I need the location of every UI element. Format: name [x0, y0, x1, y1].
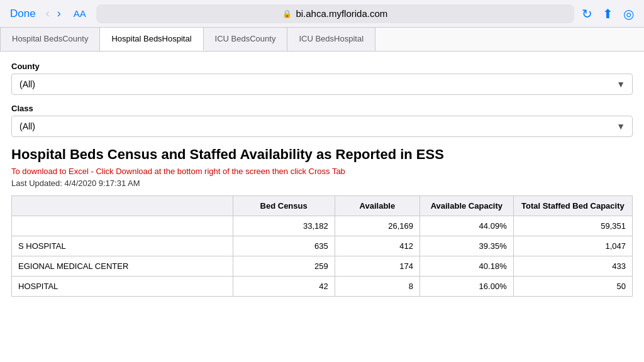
table-header-row: Bed Census Available Available Capacity …	[12, 195, 633, 216]
row-2-available-capacity: 16.00%	[419, 276, 513, 296]
back-arrow-icon[interactable]: ‹	[43, 7, 52, 20]
county-filter-wrapper: (All) ▼	[11, 74, 633, 95]
class-select[interactable]: (All)	[11, 116, 633, 137]
report-subtitle: To download to Excel - Click Download at…	[11, 167, 633, 176]
done-button[interactable]: Done	[10, 8, 36, 20]
summary-available: 26,169	[335, 216, 419, 236]
url-text: bi.ahca.myflorida.com	[296, 8, 387, 19]
report-last-updated: Last Updated: 4/4/2020 9:17:31 AM	[11, 178, 633, 188]
browser-bar: Done ‹ › AA 🔒 bi.ahca.myflorida.com ↻ ⬆ …	[0, 0, 644, 28]
col-header-total-staffed: Total Staffed Bed Capacity	[513, 195, 632, 216]
compass-icon[interactable]: ◎	[623, 6, 634, 21]
row-2-available: 8	[335, 276, 419, 296]
tab-hospital-beds-county[interactable]: Hospital BedsCounty	[0, 28, 100, 51]
table-summary-row: 33,182 26,169 44.09% 59,351	[12, 216, 633, 236]
lock-icon: 🔒	[282, 9, 292, 18]
share-icon[interactable]: ⬆	[602, 6, 613, 21]
table-row: EGIONAL MEDICAL CENTER 259 174 40.18% 43…	[12, 256, 633, 276]
main-content: County (All) ▼ Class (All) ▼ Hospital Be…	[0, 52, 644, 307]
row-1-available: 174	[335, 256, 419, 276]
browser-actions: ↻ ⬆ ◎	[582, 6, 634, 21]
col-header-available: Available	[335, 195, 419, 216]
summary-total-staffed: 59,351	[513, 216, 632, 236]
reload-icon[interactable]: ↻	[582, 6, 592, 21]
row-0-total-staffed: 1,047	[513, 236, 632, 256]
summary-bed-census: 33,182	[233, 216, 335, 236]
col-header-hospital	[12, 195, 233, 216]
county-filter-label: County	[11, 62, 633, 71]
forward-arrow-icon[interactable]: ›	[55, 7, 64, 20]
row-2-total-staffed: 50	[513, 276, 632, 296]
url-bar[interactable]: 🔒 bi.ahca.myflorida.com	[96, 4, 574, 23]
summary-hospital	[12, 216, 233, 236]
tab-bar: Hospital BedsCounty Hospital BedsHospita…	[0, 28, 644, 52]
row-1-hospital: EGIONAL MEDICAL CENTER	[12, 256, 233, 276]
tab-hospital-beds-hospital[interactable]: Hospital BedsHospital	[100, 28, 203, 51]
col-header-bed-census: Bed Census	[233, 195, 335, 216]
row-0-available: 412	[335, 236, 419, 256]
row-2-bed-census: 42	[233, 276, 335, 296]
row-0-hospital: S HOSPITAL	[12, 236, 233, 256]
county-select[interactable]: (All)	[11, 74, 633, 95]
row-1-available-capacity: 40.18%	[419, 256, 513, 276]
data-table: Bed Census Available Available Capacity …	[11, 195, 633, 297]
report-title: Hospital Beds Census and Staffed Availab…	[11, 146, 633, 164]
class-filter-label: Class	[11, 104, 633, 113]
table-row: HOSPITAL 42 8 16.00% 50	[12, 276, 633, 296]
row-1-total-staffed: 433	[513, 256, 632, 276]
summary-available-capacity: 44.09%	[419, 216, 513, 236]
row-0-available-capacity: 39.35%	[419, 236, 513, 256]
col-header-available-capacity: Available Capacity	[419, 195, 513, 216]
nav-arrows: ‹ ›	[43, 7, 64, 20]
row-2-hospital: HOSPITAL	[12, 276, 233, 296]
tab-icu-beds-county[interactable]: ICU BedsCounty	[204, 28, 288, 51]
row-0-bed-census: 635	[233, 236, 335, 256]
class-filter-wrapper: (All) ▼	[11, 116, 633, 137]
table-row: S HOSPITAL 635 412 39.35% 1,047	[12, 236, 633, 256]
text-size-button[interactable]: AA	[71, 8, 89, 19]
row-1-bed-census: 259	[233, 256, 335, 276]
tab-icu-beds-hospital[interactable]: ICU BedsHospital	[287, 28, 375, 51]
